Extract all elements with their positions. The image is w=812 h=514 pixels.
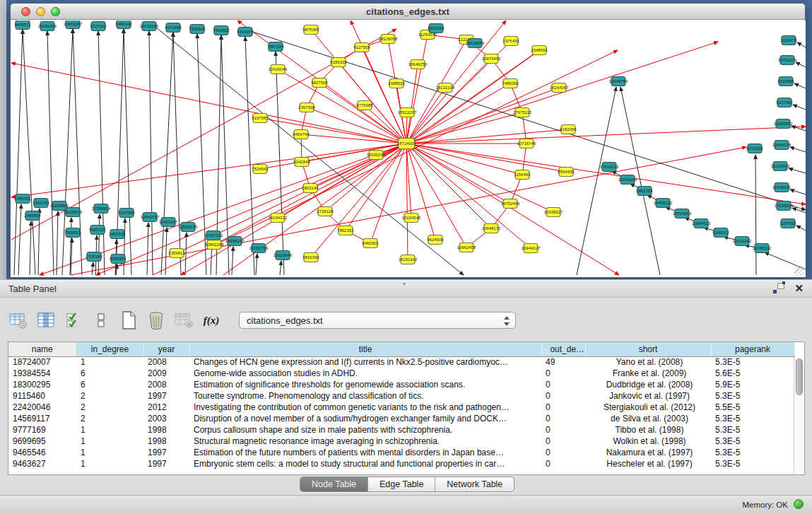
graph-node[interactable]: 9462901 xyxy=(362,239,379,248)
column-header-name[interactable]: name xyxy=(8,342,76,356)
graph-node[interactable]: 19218986 xyxy=(466,39,485,48)
table-row[interactable]: 977716911998Corpus callosum shape and si… xyxy=(8,424,794,436)
graph-node[interactable]: 1395051 xyxy=(14,194,31,204)
graph-node[interactable]: 1461525 xyxy=(109,230,126,239)
table-cell[interactable]: 0 xyxy=(541,458,585,469)
graph-node[interactable]: 9197588 xyxy=(118,209,135,218)
graph-node[interactable]: 13505135 xyxy=(179,223,198,232)
graph-node[interactable]: 12942757 xyxy=(141,213,160,222)
graph-node[interactable]: 16210643 xyxy=(771,162,790,171)
tab-network-table[interactable]: Network Table xyxy=(435,477,514,491)
network-window-titlebar[interactable]: citations_edges.txt xyxy=(11,4,805,20)
graph-node[interactable]: 9245012 xyxy=(712,228,729,238)
table-cell[interactable]: 1 xyxy=(76,458,143,469)
graph-node[interactable]: 7905813 xyxy=(64,228,81,238)
window-resize-grip[interactable] xyxy=(794,266,804,276)
table-cell[interactable]: Wolkin et al. (1998) xyxy=(585,436,711,447)
table-vertical-scrollbar[interactable] xyxy=(794,357,804,474)
graph-node[interactable]: 17919193 xyxy=(600,163,619,172)
table-cell[interactable]: 0 xyxy=(541,436,585,447)
graph-node[interactable]: 8186328 xyxy=(330,58,347,67)
column-header-title[interactable]: title xyxy=(189,342,541,356)
graph-node[interactable]: 9227343 xyxy=(776,98,793,107)
table-cell[interactable]: 5.3E-5 xyxy=(711,447,794,458)
table-cell[interactable]: 9115460 xyxy=(8,390,76,402)
table-cell[interactable]: 1997 xyxy=(143,447,189,458)
table-row[interactable]: 1872400712008Changes of HCN gene express… xyxy=(8,356,794,368)
graph-node[interactable]: 9862154 xyxy=(636,187,653,196)
graph-edge[interactable] xyxy=(18,204,21,275)
graph-node[interactable]: 2718128 xyxy=(317,207,334,216)
table-cell[interactable]: 18724007 xyxy=(8,356,76,368)
table-cell[interactable]: 9465546 xyxy=(8,447,76,458)
graph-node[interactable]: 17957223 xyxy=(204,231,223,240)
graph-node[interactable]: 12345291 xyxy=(772,183,792,192)
new-file-icon[interactable] xyxy=(119,310,139,330)
graph-edge[interactable] xyxy=(577,87,616,275)
graph-edge[interactable] xyxy=(147,223,148,275)
graph-node[interactable]: 1548593 xyxy=(531,46,548,55)
graph-node[interactable]: 12444158 xyxy=(772,141,792,150)
graph-node[interactable]: 1975493 xyxy=(502,37,519,46)
table-cell[interactable]: Tibbo et al. (1998) xyxy=(585,424,711,436)
table-cell[interactable]: 5.3E-5 xyxy=(711,390,794,402)
trash-icon[interactable] xyxy=(146,310,166,330)
graph-edge[interactable] xyxy=(301,134,406,144)
table-cell[interactable]: Franke et al. (2009) xyxy=(585,368,711,379)
table-cell[interactable]: Changes of HCN gene expression and I(f) … xyxy=(189,356,541,368)
column-header-out_de[interactable]: △out_de… xyxy=(541,342,585,356)
table-cell[interactable]: 5.3E-5 xyxy=(711,356,794,368)
graph-edge[interactable] xyxy=(197,34,206,275)
graph-node[interactable]: 10653287 xyxy=(64,21,83,29)
column-header-short[interactable]: short xyxy=(585,342,711,356)
graph-node[interactable]: 9329966 xyxy=(777,77,794,86)
graph-node[interactable]: 2359813 xyxy=(168,249,185,258)
graph-node[interactable]: 10719185 xyxy=(140,22,159,31)
graph-edge[interactable] xyxy=(14,30,23,275)
table-cell[interactable]: 2 xyxy=(76,413,143,424)
graph-edge[interactable] xyxy=(794,83,806,88)
table-row[interactable]: 1456911722003Disruption of a novel membe… xyxy=(8,413,794,424)
table-cell[interactable]: Yano et al. (2008) xyxy=(585,356,711,368)
graph-node[interactable]: 18322037 xyxy=(398,108,417,117)
graph-node[interactable]: 10531342 xyxy=(733,237,752,246)
graph-node[interactable]: 8215955 xyxy=(746,144,763,153)
graph-edge[interactable] xyxy=(149,31,153,275)
table-cell[interactable]: 1998 xyxy=(143,424,189,436)
graph-node[interactable]: 7515526 xyxy=(189,25,206,34)
row-options-icon[interactable] xyxy=(64,310,83,330)
graph-node[interactable]: 16958167 xyxy=(225,237,245,246)
table-cell[interactable]: Investigating the contribution of common… xyxy=(189,402,541,413)
table-cell[interactable]: 5.5E-5 xyxy=(711,402,794,413)
graph-node[interactable]: 16291094 xyxy=(618,175,637,185)
graph-edge[interactable] xyxy=(124,218,125,275)
graph-node[interactable]: 15349927 xyxy=(544,208,563,217)
graph-node[interactable]: 9816390 xyxy=(302,253,319,262)
table-row[interactable]: 1830029562008Estimation of significance … xyxy=(8,379,794,390)
graph-node[interactable]: 10948172 xyxy=(482,224,501,233)
graph-node[interactable]: 7485063 xyxy=(502,79,519,88)
column-header-pagerank[interactable]: pagerank xyxy=(711,342,794,356)
table-cell[interactable]: 0 xyxy=(541,413,585,424)
table-cell[interactable]: 2003 xyxy=(143,413,189,424)
tab-edge-table[interactable]: Edge Table xyxy=(368,477,435,491)
graph-node[interactable]: 20206576 xyxy=(64,208,83,217)
table-cell[interactable]: 0 xyxy=(541,424,585,436)
delete-table-icon[interactable] xyxy=(174,310,194,330)
graph-node[interactable]: 7524542 xyxy=(252,165,269,174)
select-columns-icon[interactable] xyxy=(36,310,56,330)
table-cell[interactable]: 2008 xyxy=(143,356,189,368)
float-panel-icon[interactable] xyxy=(773,283,784,293)
graph-node[interactable]: 2803144 xyxy=(302,184,319,193)
collapse-handle-icon[interactable]: ▾ xyxy=(396,281,413,288)
graph-node[interactable]: 7463822 xyxy=(213,26,230,35)
graph-node[interactable]: 8580861 xyxy=(110,255,126,264)
table-cell[interactable]: 18300295 xyxy=(8,379,76,390)
graph-node[interactable]: 10962458 xyxy=(457,243,476,252)
graph-node[interactable]: 5905135 xyxy=(89,226,106,235)
table-cell[interactable]: 9699695 xyxy=(8,436,76,447)
graph-node[interactable]: 10862258 xyxy=(205,240,224,250)
table-cell[interactable]: 19384554 xyxy=(8,368,76,379)
graph-node[interactable]: 12093852 xyxy=(774,119,793,129)
table-cell[interactable]: 1 xyxy=(76,356,143,368)
